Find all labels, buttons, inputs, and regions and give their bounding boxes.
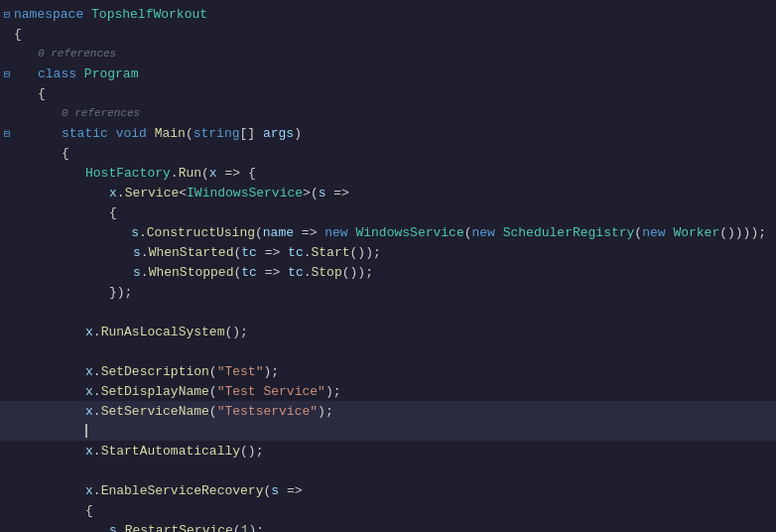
token-plain: (); bbox=[224, 325, 247, 339]
token-plain: . bbox=[304, 265, 312, 280]
token-param: tc bbox=[288, 245, 304, 260]
code-line: ⊟namespace TopshelfWorkout bbox=[0, 4, 776, 24]
token-param: x bbox=[85, 444, 93, 459]
token-param: name bbox=[263, 225, 294, 240]
token-kw: void bbox=[116, 126, 147, 141]
code-line: x.SetServiceName("Testservice"); bbox=[0, 401, 776, 421]
token-string: "Test" bbox=[217, 364, 264, 379]
token-kw: new bbox=[472, 225, 495, 240]
code-line: { bbox=[0, 83, 776, 103]
code-line: { bbox=[0, 24, 776, 44]
code-line: s.RestartService(1); bbox=[0, 520, 776, 532]
token-plain: >( bbox=[303, 186, 319, 200]
code-editor[interactable]: ⊟namespace TopshelfWorkout{0 references⊟… bbox=[0, 0, 776, 532]
token-method: SetServiceName bbox=[101, 404, 209, 419]
token-plain: ( bbox=[209, 384, 217, 399]
token-plain: . bbox=[93, 444, 101, 459]
token-method: RestartService bbox=[125, 523, 233, 533]
code-line: { bbox=[0, 500, 776, 520]
token-method: Stop bbox=[312, 265, 342, 280]
token-plain: . bbox=[171, 166, 179, 181]
token-plain: [] bbox=[240, 126, 263, 141]
token-ref-line: 0 references bbox=[38, 48, 116, 60]
token-plain bbox=[108, 126, 116, 141]
token-plain: { bbox=[38, 86, 46, 101]
token-param: s bbox=[133, 245, 141, 260]
token-plain: ); bbox=[325, 384, 341, 399]
token-param: s bbox=[271, 483, 279, 498]
token-type: HostFactory bbox=[85, 166, 171, 181]
token-plain: . bbox=[141, 265, 149, 280]
token-method: SetDisplayName bbox=[101, 384, 209, 399]
token-param: x bbox=[85, 364, 93, 379]
token-plain: ( bbox=[464, 225, 472, 240]
token-param: x bbox=[85, 404, 93, 419]
code-line bbox=[0, 341, 776, 361]
token-type: SchedulerRegistry bbox=[503, 225, 635, 240]
token-plain: ( bbox=[209, 364, 217, 379]
token-plain: ) bbox=[294, 126, 302, 141]
token-method: RunAsLocalSystem bbox=[101, 325, 225, 339]
fold-icon[interactable]: ⊟ bbox=[0, 8, 14, 21]
token-param: x bbox=[85, 325, 93, 339]
token-plain: ); bbox=[318, 404, 333, 419]
token-method: ConstructUsing bbox=[147, 225, 255, 240]
token-plain: ( bbox=[634, 225, 642, 240]
token-plain: ( bbox=[201, 166, 209, 181]
token-plain: => bbox=[294, 225, 324, 240]
token-plain: ); bbox=[263, 364, 279, 379]
token-method: Main bbox=[155, 126, 186, 141]
token-plain: . bbox=[93, 325, 101, 339]
token-param: args bbox=[263, 126, 294, 141]
code-line: { bbox=[0, 202, 776, 222]
token-kw: new bbox=[324, 225, 347, 240]
token-plain: . bbox=[304, 245, 312, 260]
code-line: { bbox=[0, 143, 776, 163]
token-method: SetDescription bbox=[101, 364, 209, 379]
token-param: s bbox=[131, 225, 139, 240]
token-ns: TopshelfWorkout bbox=[91, 7, 207, 22]
code-line: x.StartAutomatically(); bbox=[0, 441, 776, 461]
token-plain: => bbox=[257, 245, 288, 260]
token-plain: => bbox=[326, 186, 349, 200]
token-num: 1 bbox=[241, 523, 249, 533]
token-method: WhenStarted bbox=[149, 245, 234, 260]
code-line: s.WhenStarted(tc => tc.Start()); bbox=[0, 242, 776, 262]
token-method: Run bbox=[179, 166, 201, 181]
token-param: tc bbox=[241, 245, 257, 260]
token-plain: . bbox=[93, 404, 101, 419]
token-method: EnableServiceRecovery bbox=[101, 483, 264, 498]
code-line: x.SetDisplayName("Test Service"); bbox=[0, 381, 776, 401]
token-kw: class bbox=[38, 66, 76, 81]
token-plain: ( bbox=[233, 265, 241, 280]
token-plain: ( bbox=[186, 126, 194, 141]
code-line: 0 references bbox=[0, 44, 776, 64]
fold-icon[interactable]: ⊟ bbox=[0, 67, 14, 80]
token-plain: ()); bbox=[350, 245, 381, 260]
token-plain: { bbox=[14, 27, 22, 42]
code-line bbox=[0, 421, 776, 441]
token-plain: ( bbox=[233, 245, 241, 260]
token-plain: => bbox=[257, 265, 288, 280]
token-ref-line: 0 references bbox=[62, 107, 140, 119]
token-plain: ()))); bbox=[719, 225, 766, 240]
token-plain bbox=[666, 225, 674, 240]
token-kw: namespace bbox=[14, 7, 83, 22]
token-string: "Testservice" bbox=[217, 404, 318, 419]
code-line bbox=[0, 461, 776, 480]
code-line bbox=[0, 302, 776, 322]
code-line: HostFactory.Run(x => { bbox=[0, 163, 776, 183]
token-plain: ()); bbox=[342, 265, 373, 280]
token-plain bbox=[495, 225, 503, 240]
token-plain: => { bbox=[217, 166, 256, 181]
token-plain bbox=[83, 7, 91, 22]
token-plain: ( bbox=[209, 404, 217, 419]
code-line: s.WhenStopped(tc => tc.Stop()); bbox=[0, 262, 776, 282]
token-plain: }); bbox=[109, 285, 132, 300]
token-plain: ( bbox=[263, 483, 271, 498]
fold-icon[interactable]: ⊟ bbox=[0, 127, 14, 140]
code-line: }); bbox=[0, 282, 776, 302]
token-param: s bbox=[109, 523, 117, 533]
token-kw: static bbox=[62, 126, 108, 141]
token-plain: ( bbox=[233, 523, 241, 533]
